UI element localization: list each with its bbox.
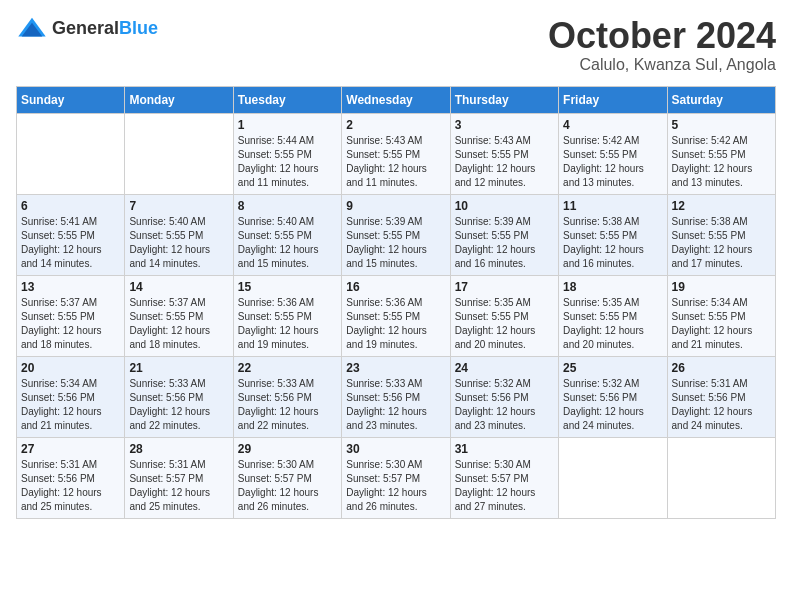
calendar-cell: 4Sunrise: 5:42 AMSunset: 5:55 PMDaylight…: [559, 113, 667, 194]
day-number: 19: [672, 280, 771, 294]
calendar-cell: [125, 113, 233, 194]
day-number: 21: [129, 361, 228, 375]
day-detail: Sunrise: 5:30 AMSunset: 5:57 PMDaylight:…: [455, 458, 554, 514]
week-row-2: 6Sunrise: 5:41 AMSunset: 5:55 PMDaylight…: [17, 194, 776, 275]
calendar-cell: 7Sunrise: 5:40 AMSunset: 5:55 PMDaylight…: [125, 194, 233, 275]
calendar-cell: 15Sunrise: 5:36 AMSunset: 5:55 PMDayligh…: [233, 275, 341, 356]
calendar-cell: 11Sunrise: 5:38 AMSunset: 5:55 PMDayligh…: [559, 194, 667, 275]
day-detail: Sunrise: 5:43 AMSunset: 5:55 PMDaylight:…: [346, 134, 445, 190]
calendar-cell: 26Sunrise: 5:31 AMSunset: 5:56 PMDayligh…: [667, 356, 775, 437]
day-detail: Sunrise: 5:41 AMSunset: 5:55 PMDaylight:…: [21, 215, 120, 271]
weekday-header-tuesday: Tuesday: [233, 86, 341, 113]
logo: GeneralBlue: [16, 16, 158, 40]
location-subtitle: Calulo, Kwanza Sul, Angola: [548, 56, 776, 74]
calendar-cell: 1Sunrise: 5:44 AMSunset: 5:55 PMDaylight…: [233, 113, 341, 194]
day-detail: Sunrise: 5:40 AMSunset: 5:55 PMDaylight:…: [238, 215, 337, 271]
day-detail: Sunrise: 5:31 AMSunset: 5:56 PMDaylight:…: [672, 377, 771, 433]
calendar-cell: 16Sunrise: 5:36 AMSunset: 5:55 PMDayligh…: [342, 275, 450, 356]
calendar-cell: 20Sunrise: 5:34 AMSunset: 5:56 PMDayligh…: [17, 356, 125, 437]
day-detail: Sunrise: 5:37 AMSunset: 5:55 PMDaylight:…: [21, 296, 120, 352]
day-detail: Sunrise: 5:33 AMSunset: 5:56 PMDaylight:…: [129, 377, 228, 433]
day-number: 3: [455, 118, 554, 132]
day-detail: Sunrise: 5:40 AMSunset: 5:55 PMDaylight:…: [129, 215, 228, 271]
calendar-cell: 6Sunrise: 5:41 AMSunset: 5:55 PMDaylight…: [17, 194, 125, 275]
day-detail: Sunrise: 5:36 AMSunset: 5:55 PMDaylight:…: [238, 296, 337, 352]
weekday-header-wednesday: Wednesday: [342, 86, 450, 113]
day-number: 31: [455, 442, 554, 456]
day-detail: Sunrise: 5:32 AMSunset: 5:56 PMDaylight:…: [563, 377, 662, 433]
week-row-1: 1Sunrise: 5:44 AMSunset: 5:55 PMDaylight…: [17, 113, 776, 194]
day-number: 28: [129, 442, 228, 456]
calendar-cell: [559, 437, 667, 518]
day-number: 4: [563, 118, 662, 132]
page-header: GeneralBlue October 2024 Calulo, Kwanza …: [16, 16, 776, 74]
calendar-cell: 28Sunrise: 5:31 AMSunset: 5:57 PMDayligh…: [125, 437, 233, 518]
calendar-cell: 17Sunrise: 5:35 AMSunset: 5:55 PMDayligh…: [450, 275, 558, 356]
calendar-cell: 27Sunrise: 5:31 AMSunset: 5:56 PMDayligh…: [17, 437, 125, 518]
day-detail: Sunrise: 5:38 AMSunset: 5:55 PMDaylight:…: [563, 215, 662, 271]
week-row-5: 27Sunrise: 5:31 AMSunset: 5:56 PMDayligh…: [17, 437, 776, 518]
day-detail: Sunrise: 5:31 AMSunset: 5:57 PMDaylight:…: [129, 458, 228, 514]
calendar-cell: 18Sunrise: 5:35 AMSunset: 5:55 PMDayligh…: [559, 275, 667, 356]
day-number: 12: [672, 199, 771, 213]
weekday-header-saturday: Saturday: [667, 86, 775, 113]
calendar-cell: 10Sunrise: 5:39 AMSunset: 5:55 PMDayligh…: [450, 194, 558, 275]
day-detail: Sunrise: 5:32 AMSunset: 5:56 PMDaylight:…: [455, 377, 554, 433]
day-detail: Sunrise: 5:35 AMSunset: 5:55 PMDaylight:…: [563, 296, 662, 352]
calendar-cell: 23Sunrise: 5:33 AMSunset: 5:56 PMDayligh…: [342, 356, 450, 437]
calendar-cell: 30Sunrise: 5:30 AMSunset: 5:57 PMDayligh…: [342, 437, 450, 518]
day-detail: Sunrise: 5:34 AMSunset: 5:56 PMDaylight:…: [21, 377, 120, 433]
day-detail: Sunrise: 5:43 AMSunset: 5:55 PMDaylight:…: [455, 134, 554, 190]
calendar-cell: 31Sunrise: 5:30 AMSunset: 5:57 PMDayligh…: [450, 437, 558, 518]
day-detail: Sunrise: 5:42 AMSunset: 5:55 PMDaylight:…: [563, 134, 662, 190]
calendar-table: SundayMondayTuesdayWednesdayThursdayFrid…: [16, 86, 776, 519]
day-number: 26: [672, 361, 771, 375]
title-area: October 2024 Calulo, Kwanza Sul, Angola: [548, 16, 776, 74]
day-detail: Sunrise: 5:30 AMSunset: 5:57 PMDaylight:…: [238, 458, 337, 514]
calendar-cell: 12Sunrise: 5:38 AMSunset: 5:55 PMDayligh…: [667, 194, 775, 275]
weekday-header-friday: Friday: [559, 86, 667, 113]
weekday-header-row: SundayMondayTuesdayWednesdayThursdayFrid…: [17, 86, 776, 113]
day-detail: Sunrise: 5:35 AMSunset: 5:55 PMDaylight:…: [455, 296, 554, 352]
day-detail: Sunrise: 5:42 AMSunset: 5:55 PMDaylight:…: [672, 134, 771, 190]
day-detail: Sunrise: 5:38 AMSunset: 5:55 PMDaylight:…: [672, 215, 771, 271]
calendar-cell: 29Sunrise: 5:30 AMSunset: 5:57 PMDayligh…: [233, 437, 341, 518]
day-detail: Sunrise: 5:34 AMSunset: 5:55 PMDaylight:…: [672, 296, 771, 352]
day-number: 1: [238, 118, 337, 132]
calendar-cell: 19Sunrise: 5:34 AMSunset: 5:55 PMDayligh…: [667, 275, 775, 356]
day-number: 13: [21, 280, 120, 294]
day-number: 5: [672, 118, 771, 132]
calendar-cell: 2Sunrise: 5:43 AMSunset: 5:55 PMDaylight…: [342, 113, 450, 194]
calendar-cell: 24Sunrise: 5:32 AMSunset: 5:56 PMDayligh…: [450, 356, 558, 437]
day-number: 24: [455, 361, 554, 375]
calendar-cell: 9Sunrise: 5:39 AMSunset: 5:55 PMDaylight…: [342, 194, 450, 275]
day-number: 25: [563, 361, 662, 375]
day-number: 7: [129, 199, 228, 213]
day-detail: Sunrise: 5:37 AMSunset: 5:55 PMDaylight:…: [129, 296, 228, 352]
day-detail: Sunrise: 5:36 AMSunset: 5:55 PMDaylight:…: [346, 296, 445, 352]
day-number: 8: [238, 199, 337, 213]
day-number: 10: [455, 199, 554, 213]
weekday-header-sunday: Sunday: [17, 86, 125, 113]
day-number: 16: [346, 280, 445, 294]
week-row-4: 20Sunrise: 5:34 AMSunset: 5:56 PMDayligh…: [17, 356, 776, 437]
day-detail: Sunrise: 5:44 AMSunset: 5:55 PMDaylight:…: [238, 134, 337, 190]
calendar-cell: 8Sunrise: 5:40 AMSunset: 5:55 PMDaylight…: [233, 194, 341, 275]
day-number: 17: [455, 280, 554, 294]
calendar-cell: 22Sunrise: 5:33 AMSunset: 5:56 PMDayligh…: [233, 356, 341, 437]
logo-text-blue: Blue: [119, 18, 158, 38]
month-title: October 2024: [548, 16, 776, 56]
calendar-cell: 25Sunrise: 5:32 AMSunset: 5:56 PMDayligh…: [559, 356, 667, 437]
day-detail: Sunrise: 5:39 AMSunset: 5:55 PMDaylight:…: [455, 215, 554, 271]
day-detail: Sunrise: 5:33 AMSunset: 5:56 PMDaylight:…: [238, 377, 337, 433]
logo-text-general: General: [52, 18, 119, 38]
day-number: 20: [21, 361, 120, 375]
day-detail: Sunrise: 5:31 AMSunset: 5:56 PMDaylight:…: [21, 458, 120, 514]
day-number: 15: [238, 280, 337, 294]
week-row-3: 13Sunrise: 5:37 AMSunset: 5:55 PMDayligh…: [17, 275, 776, 356]
logo-icon: [16, 16, 48, 40]
calendar-cell: [17, 113, 125, 194]
day-number: 9: [346, 199, 445, 213]
day-number: 27: [21, 442, 120, 456]
day-number: 18: [563, 280, 662, 294]
